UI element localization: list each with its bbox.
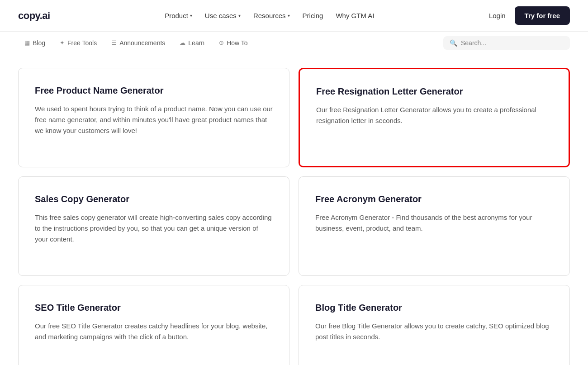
main-nav-links: Product ▾ Use cases ▾ Resources ▾ Pricin… bbox=[165, 12, 374, 19]
try-for-free-button[interactable]: Try for free bbox=[515, 6, 570, 25]
sub-nav: ▦ Blog ✦ Free Tools ☰ Announcements ☁ Le… bbox=[0, 32, 588, 54]
tool-card[interactable]: Free Acronym GeneratorFree Acronym Gener… bbox=[299, 176, 570, 276]
card-description: Our free SEO Title Generator creates cat… bbox=[35, 321, 273, 342]
howto-icon: ⊙ bbox=[219, 39, 224, 46]
nav-item-usecases[interactable]: Use cases ▾ bbox=[205, 12, 241, 19]
subnav-howto[interactable]: ⊙ How To bbox=[213, 37, 254, 49]
card-description: This free sales copy generator will crea… bbox=[35, 212, 273, 245]
tool-card[interactable]: Free Resignation Letter GeneratorOur fre… bbox=[299, 68, 570, 167]
card-description: We used to spent hours trying to think o… bbox=[35, 104, 273, 136]
search-icon: 🔍 bbox=[450, 39, 457, 47]
tool-card[interactable]: SEO Title GeneratorOur free SEO Title Ge… bbox=[18, 285, 289, 365]
nav-item-resources[interactable]: Resources ▾ bbox=[253, 12, 290, 19]
logo[interactable]: copy.ai bbox=[18, 10, 50, 22]
search-bar[interactable]: 🔍 bbox=[443, 36, 570, 50]
main-content: Free Product Name GeneratorWe used to sp… bbox=[0, 54, 588, 365]
top-nav: copy.ai Product ▾ Use cases ▾ Resources … bbox=[0, 0, 588, 32]
tool-card[interactable]: Free Product Name GeneratorWe used to sp… bbox=[18, 68, 289, 167]
nav-item-product[interactable]: Product ▾ bbox=[165, 12, 192, 19]
tool-card[interactable]: Sales Copy GeneratorThis free sales copy… bbox=[18, 176, 289, 276]
announcements-icon: ☰ bbox=[111, 39, 117, 46]
card-title: Free Product Name Generator bbox=[35, 85, 273, 96]
logo-text: copy.ai bbox=[18, 10, 50, 21]
cards-grid: Free Product Name GeneratorWe used to sp… bbox=[18, 68, 570, 365]
nav-item-gtm[interactable]: Why GTM AI bbox=[336, 12, 374, 19]
nav-item-pricing[interactable]: Pricing bbox=[303, 12, 323, 19]
blog-icon: ▦ bbox=[24, 39, 30, 46]
search-input[interactable] bbox=[461, 39, 564, 47]
chevron-down-icon: ▾ bbox=[190, 13, 192, 18]
tool-card[interactable]: Blog Title GeneratorOur free Blog Title … bbox=[299, 285, 570, 365]
card-title: Blog Title Generator bbox=[315, 302, 553, 313]
subnav-blog[interactable]: ▦ Blog bbox=[18, 37, 52, 49]
tools-icon: ✦ bbox=[60, 39, 65, 46]
card-title: SEO Title Generator bbox=[35, 302, 273, 313]
card-description: Free Acronym Generator - Find thousands … bbox=[315, 212, 553, 234]
card-title: Free Acronym Generator bbox=[315, 193, 553, 205]
card-description: Our free Blog Title Generator allows you… bbox=[315, 321, 553, 342]
card-title: Sales Copy Generator bbox=[35, 193, 273, 205]
subnav-learn[interactable]: ☁ Learn bbox=[173, 37, 211, 49]
chevron-down-icon: ▾ bbox=[238, 13, 241, 18]
subnav-announcements[interactable]: ☰ Announcements bbox=[105, 37, 171, 49]
login-link[interactable]: Login bbox=[489, 12, 506, 19]
nav-right: Login Try for free bbox=[489, 6, 570, 25]
chevron-down-icon: ▾ bbox=[288, 13, 290, 18]
subnav-freetools[interactable]: ✦ Free Tools bbox=[53, 37, 103, 49]
learn-icon: ☁ bbox=[180, 39, 185, 46]
card-title: Free Resignation Letter Generator bbox=[316, 85, 552, 97]
sub-nav-links: ▦ Blog ✦ Free Tools ☰ Announcements ☁ Le… bbox=[18, 37, 443, 49]
card-description: Our free Resignation Letter Generator al… bbox=[316, 104, 552, 126]
